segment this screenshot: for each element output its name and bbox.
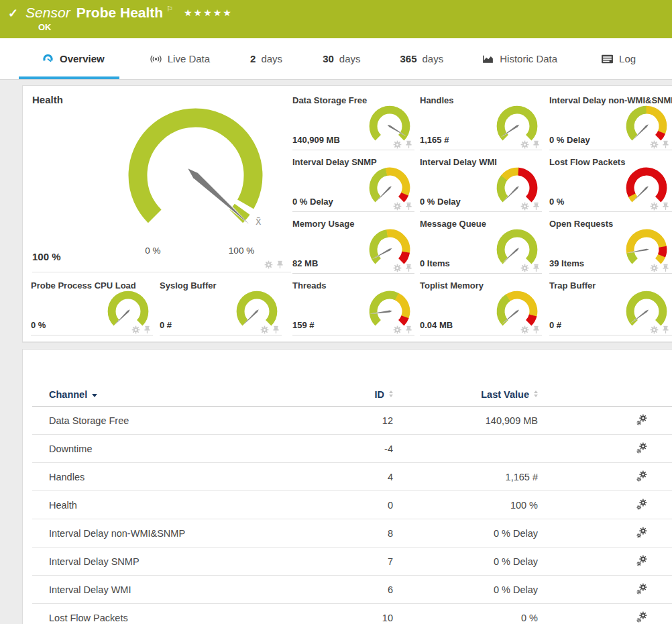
gear-icon[interactable] [650, 325, 659, 334]
column-header-last-value[interactable]: Last Value [393, 389, 538, 400]
gear-icon[interactable] [264, 260, 273, 269]
pin-icon[interactable] [532, 325, 541, 334]
gauge-min-label: 0 % [134, 246, 172, 256]
gear-icon[interactable] [520, 202, 529, 211]
gauge-title: Handles [420, 95, 454, 105]
table-row: Lost Flow Packets 10 0 % [32, 604, 672, 624]
pin-icon[interactable] [143, 325, 152, 334]
gauge-cell-threads: Threads 159 # [292, 280, 414, 335]
svg-text:x̄: x̄ [256, 215, 261, 227]
page-title: Probe Health [76, 5, 164, 21]
tab-overview[interactable]: Overview [19, 38, 119, 79]
tab-label: days [339, 53, 361, 64]
sensor-header: ✓ Sensor Probe Health ⚐ ★★★★★ OK [0, 0, 672, 38]
channel-settings-icon[interactable] [636, 442, 647, 454]
channel-settings-icon[interactable] [636, 470, 647, 482]
gear-icon[interactable] [393, 264, 402, 272]
gear-icon[interactable] [520, 140, 529, 149]
channel-name: Health [49, 500, 77, 511]
gear-icon[interactable] [131, 325, 140, 334]
gauge-cell-open-requests: Open Requests 39 Items [549, 219, 672, 274]
channel-last-value: 140,909 MB [486, 415, 538, 426]
gear-icon[interactable] [393, 140, 402, 149]
channel-name: Lost Flow Packets [49, 613, 128, 623]
pin-icon[interactable] [404, 264, 413, 272]
table-row: Interval Delay non-WMI&SNMP 8 0 % Delay [32, 519, 672, 548]
channel-name: Interval Delay SNMP [49, 556, 139, 567]
gauge-title: Data Storage Free [292, 95, 367, 105]
gauge-cell-probe-process-cpu-load: Probe Process CPU Load 0 % [31, 280, 153, 335]
channel-settings-icon[interactable] [636, 583, 647, 594]
column-header-channel[interactable]: Channel [32, 389, 304, 400]
column-header-id[interactable]: ID [304, 389, 393, 400]
pin-icon[interactable] [272, 325, 280, 334]
tab-label: days [423, 53, 444, 64]
gear-icon[interactable] [393, 325, 402, 334]
channel-id: -4 [384, 444, 393, 454]
gauge-cell-message-queue: Message Queue 0 Items [420, 219, 542, 274]
gauge-value: 100 % [32, 251, 61, 262]
gauge-title: Health [32, 94, 63, 105]
channel-name: Data Storage Free [49, 415, 129, 426]
tab-365-days[interactable]: 365 days [400, 38, 444, 79]
pin-icon[interactable] [532, 140, 541, 149]
pin-icon[interactable] [404, 140, 413, 149]
pin-icon[interactable] [661, 325, 670, 334]
gear-icon[interactable] [520, 264, 529, 272]
column-label: Last Value [481, 389, 529, 400]
table-row: Interval Delay SNMP 7 0 % Delay [32, 548, 672, 576]
channel-id: 6 [388, 584, 393, 595]
gear-icon[interactable] [260, 325, 269, 334]
tab-log[interactable]: Log [601, 38, 636, 79]
gear-icon[interactable] [650, 264, 659, 272]
pin-icon[interactable] [532, 264, 541, 272]
column-label: ID [375, 389, 385, 400]
gauge-value: 39 Items [549, 258, 584, 268]
gear-icon[interactable] [650, 140, 659, 149]
tab-historic-data[interactable]: Historic Data [482, 38, 557, 79]
gauge-value: 0 % Delay [549, 135, 590, 145]
gauge-title: Memory Usage [292, 219, 354, 229]
pin-icon[interactable] [661, 264, 670, 272]
tab-label: Overview [60, 53, 105, 64]
channel-settings-icon[interactable] [636, 555, 647, 566]
pin-icon[interactable] [404, 325, 413, 334]
gauge-title: Open Requests [549, 219, 613, 229]
table-row: Handles 4 1,165 # [32, 463, 672, 491]
tab-number: 2 [250, 53, 256, 64]
tab-30-days[interactable]: 30 days [323, 38, 360, 79]
priority-stars[interactable]: ★★★★★ [184, 7, 233, 18]
tab-label: Log [619, 53, 636, 64]
gauge-value: 82 MB [292, 258, 318, 268]
channel-settings-icon[interactable] [636, 414, 647, 425]
table-row: Downtime -4 [32, 435, 672, 463]
tab-2-days[interactable]: 2 days [250, 38, 282, 79]
pin-icon[interactable] [532, 202, 541, 211]
channel-last-value: 1,165 # [506, 472, 538, 482]
gauge-value: 0 % [31, 320, 46, 330]
pin-icon[interactable] [661, 140, 670, 149]
tab-live-data[interactable]: Live Data [150, 38, 210, 79]
channel-settings-icon[interactable] [636, 499, 647, 510]
gauge-cell-lost-flow-packets: Lost Flow Packets 0 % [549, 157, 672, 212]
gear-icon[interactable] [650, 202, 659, 211]
channel-last-value: 0 % [521, 613, 538, 623]
channel-name: Handles [49, 472, 85, 482]
gear-icon[interactable] [520, 325, 529, 334]
channel-settings-icon[interactable] [636, 527, 647, 538]
gauge-title: Threads [292, 280, 327, 291]
gauge-title: Message Queue [420, 219, 486, 229]
gauge-title: Toplist Memory [420, 280, 484, 291]
health-gauge-chart[interactable]: x̄ [123, 103, 268, 248]
gauge-title: Lost Flow Packets [549, 157, 625, 167]
pin-icon[interactable] [276, 260, 284, 269]
channel-id: 8 [388, 528, 393, 539]
gear-icon[interactable] [393, 202, 402, 211]
status-check-icon: ✓ [8, 6, 18, 21]
channel-settings-icon[interactable] [636, 611, 647, 623]
live-data-icon [150, 54, 162, 64]
pin-icon[interactable] [404, 202, 413, 211]
pin-icon[interactable] [661, 202, 670, 211]
sort-icon [389, 391, 393, 397]
channel-id: 4 [388, 472, 393, 482]
